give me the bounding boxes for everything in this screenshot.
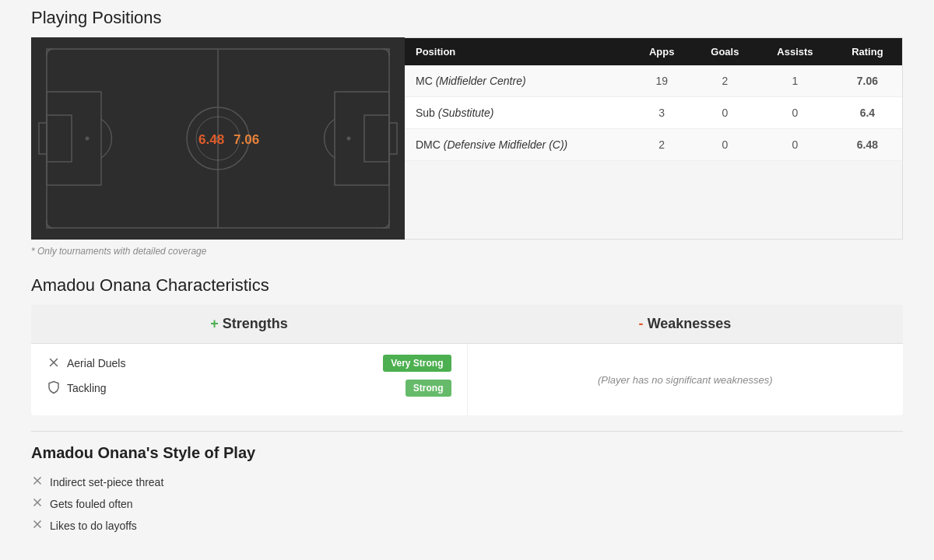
position-table-wrapper: Position Apps Goals Assists Rating MC (M… (405, 37, 903, 240)
strength-item: Aerial Duels Very Strong (47, 355, 451, 372)
char-body: Aerial Duels Very Strong Tackling Strong… (31, 343, 903, 415)
col-header-apps: Apps (631, 38, 693, 65)
col-header-goals: Goals (693, 38, 758, 65)
footnote-text: * Only tournaments with detailed coverag… (31, 246, 903, 257)
strength-badge: Strong (406, 380, 451, 397)
apps-cell: 3 (631, 97, 693, 129)
style-of-play-title: Amadou Onana's Style of Play (31, 444, 903, 462)
position-code: DMC (416, 138, 441, 151)
position-cell: Sub (Substitute) (405, 97, 631, 129)
characteristics-box: + Strengths - Weaknesses Aerial Duels Ve… (31, 305, 903, 415)
position-code: MC (416, 75, 433, 87)
assists-cell: 0 (757, 97, 833, 129)
strengths-title: + Strengths (210, 316, 288, 331)
no-weaknesses-text: (Player has no significant weaknesses) (598, 374, 773, 386)
rating-cell: 6.48 (833, 129, 902, 161)
assists-cell: 1 (757, 65, 833, 97)
svg-point-8 (86, 137, 90, 141)
minus-icon: - (639, 316, 644, 331)
position-table: Position Apps Goals Assists Rating MC (M… (405, 38, 902, 161)
style-check-icon (31, 518, 44, 534)
style-check-icon (31, 474, 44, 490)
positions-container: 6.48 7.06 Position Apps Goals Assists Ra… (31, 37, 903, 240)
characteristics-section: Amadou Onana Characteristics + Strengths… (31, 275, 903, 415)
style-of-play-section: Amadou Onana's Style of Play Indirect se… (31, 431, 903, 537)
strengths-body: Aerial Duels Very Strong Tackling Strong (31, 344, 468, 415)
goals-cell: 2 (693, 65, 758, 97)
rating-cell: 6.4 (833, 97, 902, 129)
goals-cell: 0 (693, 129, 758, 161)
position-code: Sub (416, 107, 435, 119)
apps-cell: 2 (631, 129, 693, 161)
col-header-assists: Assists (757, 38, 833, 65)
strength-item: Tackling Strong (47, 380, 451, 397)
char-header: + Strengths - Weaknesses (31, 305, 903, 343)
strength-name: Tackling (67, 382, 107, 394)
characteristics-title: Amadou Onana Characteristics (31, 275, 903, 296)
weaknesses-label: Weaknesses (648, 316, 732, 331)
strength-name: Aerial Duels (67, 357, 125, 369)
position-cell: MC (Midfielder Centre) (405, 65, 631, 97)
strength-label: Tackling (47, 380, 107, 397)
aerial-duels-icon (47, 355, 61, 372)
plus-icon: + (210, 316, 219, 331)
strength-label: Aerial Duels (47, 355, 125, 372)
col-header-rating: Rating (833, 38, 902, 65)
style-list-item: Likes to do layoffs (31, 515, 903, 537)
weaknesses-header: - Weaknesses (467, 305, 903, 343)
svg-point-12 (347, 137, 351, 141)
rating-cell: 7.06 (833, 65, 902, 97)
weaknesses-title: - Weaknesses (639, 316, 732, 331)
tackling-icon (47, 380, 61, 397)
col-header-position: Position (405, 38, 631, 65)
section-title-playing-positions: Playing Positions (31, 8, 903, 28)
goals-cell: 0 (693, 97, 758, 129)
style-item-text: Likes to do layoffs (50, 520, 137, 532)
strength-badge: Very Strong (383, 355, 451, 372)
strengths-header: + Strengths (31, 305, 467, 343)
position-cell: DMC (Defensive Midfielder (C)) (405, 129, 631, 161)
position-full-name: (Substitute) (438, 107, 494, 119)
position-full-name: (Midfielder Centre) (436, 75, 526, 87)
soccer-pitch: 6.48 7.06 (31, 37, 405, 240)
style-item-text: Indirect set-piece threat (50, 476, 163, 488)
table-row: DMC (Defensive Midfielder (C)) 2 0 0 6.4… (405, 129, 902, 161)
strengths-label: Strengths (223, 316, 288, 331)
style-check-icon (31, 496, 44, 512)
assists-cell: 0 (757, 129, 833, 161)
svg-text:6.48: 6.48 (198, 132, 224, 147)
table-header-row: Position Apps Goals Assists Rating (405, 38, 902, 65)
style-item-text: Gets fouled often (50, 498, 133, 510)
weaknesses-body: (Player has no significant weaknesses) (468, 344, 904, 415)
style-list-item: Indirect set-piece threat (31, 471, 903, 493)
style-list: Indirect set-piece threat Gets fouled of… (31, 471, 903, 537)
position-full-name: (Defensive Midfielder (C)) (444, 138, 567, 151)
table-row: MC (Midfielder Centre) 19 2 1 7.06 (405, 65, 902, 97)
apps-cell: 19 (631, 65, 693, 97)
style-list-item: Gets fouled often (31, 493, 903, 515)
table-row: Sub (Substitute) 3 0 0 6.4 (405, 97, 902, 129)
svg-text:7.06: 7.06 (234, 132, 259, 147)
